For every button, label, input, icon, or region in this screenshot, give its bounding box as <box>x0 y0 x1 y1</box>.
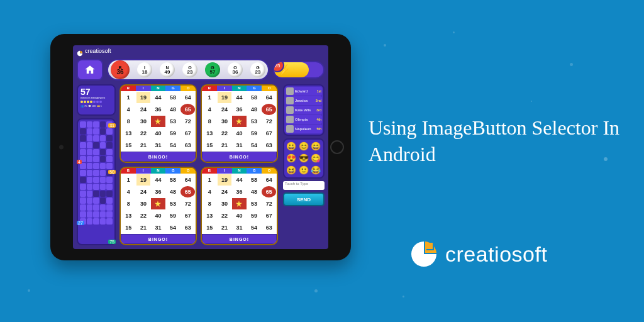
card-cell[interactable]: 59 <box>247 210 262 221</box>
send-button[interactable]: SEND <box>283 192 325 206</box>
emoji-option[interactable]: 😎 <box>299 153 309 164</box>
card-cell[interactable]: 31 <box>151 222 165 233</box>
chat-input[interactable]: Touch to Type <box>283 181 325 190</box>
card-cell[interactable]: 8 <box>203 116 217 127</box>
emoji-option[interactable]: 😂 <box>311 165 321 175</box>
card-cell[interactable]: 21 <box>218 222 232 233</box>
card-cell[interactable]: 13 <box>121 210 136 221</box>
card-cell[interactable]: 13 <box>203 128 217 139</box>
card-cell[interactable]: 36 <box>232 104 247 115</box>
card-cell[interactable]: 59 <box>247 128 262 139</box>
card-cell[interactable]: 58 <box>247 174 262 186</box>
card-cell[interactable]: 4 <box>203 104 217 115</box>
card-cell[interactable]: 54 <box>247 140 262 151</box>
card-cell[interactable]: 30 <box>218 198 232 209</box>
card-cell[interactable]: 24 <box>218 186 232 197</box>
card-cell[interactable]: 53 <box>247 116 262 127</box>
card-cell[interactable]: 24 <box>136 186 151 197</box>
card-cell[interactable]: 1 <box>121 174 136 186</box>
card-cell[interactable]: 15 <box>121 222 136 233</box>
card-cell[interactable]: 31 <box>232 222 247 233</box>
card-cell[interactable]: 44 <box>232 92 247 103</box>
bingo-card[interactable]: BINGO119445864424364865830★5372132240596… <box>119 167 197 245</box>
card-cell[interactable]: 1 <box>203 92 217 103</box>
card-cell[interactable]: 13 <box>203 210 217 221</box>
bingo-button[interactable]: BINGO! <box>121 152 196 162</box>
card-cell[interactable]: 44 <box>232 174 247 186</box>
card-cell[interactable]: 21 <box>218 140 232 151</box>
card-cell[interactable]: 22 <box>218 128 232 139</box>
card-cell[interactable]: 4 <box>121 104 136 115</box>
card-cell[interactable]: 22 <box>136 210 151 221</box>
card-cell[interactable]: 15 <box>203 222 217 233</box>
card-cell[interactable]: 59 <box>166 128 180 139</box>
card-cell[interactable]: 48 <box>247 186 262 197</box>
card-cell[interactable]: 59 <box>166 210 180 221</box>
card-cell[interactable]: 21 <box>136 140 151 151</box>
card-cell[interactable]: 63 <box>180 222 195 233</box>
card-cell[interactable]: 22 <box>136 128 151 139</box>
leaderboard-row[interactable]: Kate Wils3rd <box>286 106 322 114</box>
card-cell[interactable]: 30 <box>136 198 151 209</box>
card-cell[interactable]: 54 <box>247 222 262 233</box>
home-button[interactable] <box>77 59 103 80</box>
card-cell[interactable]: 65 <box>262 104 276 115</box>
card-cell[interactable]: 40 <box>232 210 247 221</box>
card-cell[interactable]: 65 <box>262 186 276 197</box>
card-cell[interactable]: 58 <box>166 92 180 103</box>
card-cell[interactable]: ★ <box>232 116 247 127</box>
card-cell[interactable]: 53 <box>166 116 180 127</box>
card-cell[interactable]: 31 <box>151 140 165 151</box>
card-cell[interactable]: 48 <box>166 186 180 197</box>
leaderboard-row[interactable]: Napoleon5th <box>286 125 322 133</box>
card-cell[interactable]: 65 <box>180 104 195 115</box>
card-cell[interactable]: 40 <box>151 210 165 221</box>
card-cell[interactable]: 8 <box>121 116 136 127</box>
card-cell[interactable]: 65 <box>180 186 195 197</box>
card-cell[interactable]: ★ <box>151 116 165 127</box>
card-cell[interactable]: 40 <box>232 128 247 139</box>
card-cell[interactable]: 30 <box>218 116 232 127</box>
bingo-card[interactable]: BINGO119445864424364865830★5372132240596… <box>119 84 197 163</box>
card-cell[interactable]: 67 <box>180 210 195 221</box>
card-cell[interactable]: 63 <box>262 222 276 233</box>
card-cell[interactable]: ★ <box>151 198 165 209</box>
card-cell[interactable]: 31 <box>232 140 247 151</box>
card-cell[interactable]: 19 <box>218 92 232 103</box>
card-cell[interactable]: 15 <box>203 140 217 151</box>
card-cell[interactable]: 72 <box>262 116 276 127</box>
card-cell[interactable]: 54 <box>166 222 180 233</box>
power-meter[interactable]: ⚡ 25 <box>273 61 325 79</box>
card-cell[interactable]: 30 <box>136 116 151 127</box>
card-cell[interactable]: 8 <box>121 198 136 209</box>
leaderboard-row[interactable]: Jessica2nd <box>286 96 322 105</box>
card-cell[interactable]: 64 <box>262 92 276 103</box>
card-cell[interactable]: 19 <box>136 174 151 186</box>
leaderboard-row[interactable]: Edward1st <box>286 87 322 96</box>
card-cell[interactable]: 53 <box>247 198 262 209</box>
card-cell[interactable]: 22 <box>218 210 232 221</box>
emoji-picker[interactable]: 😀😊😄😍😎😋😆🙂😂 <box>283 138 325 179</box>
card-cell[interactable]: 64 <box>262 174 276 186</box>
card-cell[interactable]: 63 <box>262 140 276 151</box>
card-cell[interactable]: 1 <box>203 174 217 186</box>
card-cell[interactable]: 13 <box>121 128 136 139</box>
card-cell[interactable]: 21 <box>136 222 151 233</box>
card-cell[interactable]: 63 <box>180 140 195 151</box>
card-cell[interactable]: 72 <box>180 116 195 127</box>
bingo-button[interactable]: BINGO! <box>202 152 277 162</box>
bingo-button[interactable]: BINGO! <box>121 234 196 244</box>
card-cell[interactable]: 36 <box>151 104 165 115</box>
card-cell[interactable]: 72 <box>262 198 276 209</box>
card-cell[interactable]: 24 <box>136 104 151 115</box>
card-cell[interactable]: 19 <box>136 92 151 103</box>
card-cell[interactable]: 36 <box>232 186 247 197</box>
card-cell[interactable]: 58 <box>247 92 262 103</box>
card-cell[interactable]: 67 <box>262 210 276 221</box>
card-cell[interactable]: 54 <box>166 140 180 151</box>
card-cell[interactable]: 53 <box>166 198 180 209</box>
card-cell[interactable]: 1 <box>121 92 136 103</box>
card-cell[interactable]: 67 <box>262 128 276 139</box>
emoji-option[interactable]: 😀 <box>286 142 296 152</box>
card-cell[interactable]: 48 <box>166 104 180 115</box>
